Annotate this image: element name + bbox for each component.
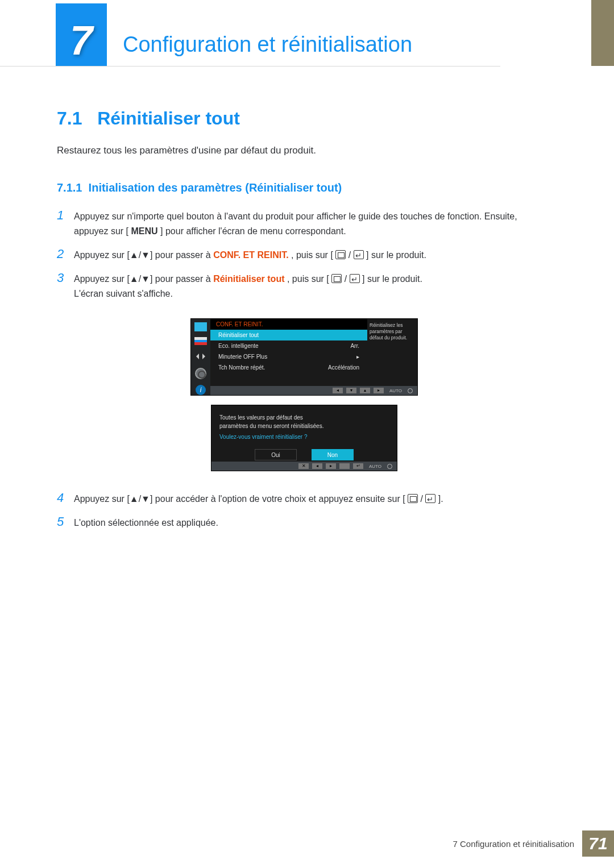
step-number: 4 [57,492,74,506]
highlight-text: Réinitialiser tout [213,274,284,284]
subsection-title: 7.1.1 Initialisation des paramètres (Réi… [57,181,551,194]
enter-icon [354,250,364,259]
step-number: 3 [57,272,74,301]
nav-right-icon: ▸ [374,388,384,393]
auto-label: AUTO [387,388,404,393]
osd-row: Minuterie OFF Plus ▸ [210,351,367,362]
section-intro: Restaurez tous les paramètres d'usine pa… [57,145,551,156]
step-1: 1 Appuyez sur n'importe quel bouton à l'… [57,209,551,239]
picture-icon [194,322,207,331]
step-5: 5 L'option sélectionnée est appliquée. [57,516,551,530]
info-icon: i [196,385,206,395]
osd-row-value: ▸ [356,354,359,360]
osd-menu: i CONF. ET REINIT. Réinitialiser tout Ec… [190,318,418,396]
osd-sidebar: i [191,319,210,395]
blank-btn [339,463,350,469]
dialog-question: Voulez-vous vraiment réinitialiser ? [219,434,389,440]
osd-header: CONF. ET REINIT. [210,319,367,330]
color-icon [194,337,207,345]
gear-icon [195,368,206,379]
osd-row-label: Eco. intelligente [218,343,259,349]
osd-row-value: Accélération [328,364,359,371]
osd-row: Eco. intelligente Arr. [210,340,367,351]
power-icon [408,388,413,393]
step-number: 1 [57,209,74,239]
step-number: 2 [57,248,74,263]
auto-label: AUTO [367,464,384,469]
step-2: 2 Appuyez sur [▲/▼] pour passer à CONF. … [57,248,551,263]
highlight-text: CONF. ET REINIT. [213,250,288,260]
page-footer: 7 Configuration et réinitialisation 71 [453,830,614,857]
nav-down-icon: ▾ [346,388,356,393]
osd-tooltip: Réinitialisez les paramètres par défaut … [367,319,417,395]
step-number: 5 [57,516,74,530]
steps-list-cont: 4 Appuyez sur [▲/▼] pour accéder à l'opt… [57,492,551,530]
enter-icon: ↵ [353,463,363,469]
osd-row-label: Réinitialiser tout [218,332,259,338]
source-icon [331,274,342,283]
content-area: 7.1 Réinitialiser tout Restaurez tous le… [57,108,551,539]
nav-up-icon: ▴ [360,388,370,393]
section-title: 7.1 Réinitialiser tout [57,108,551,129]
yes-button[interactable]: Oui [255,449,297,460]
enter-icon [425,494,435,503]
chapter-number: 7 [70,17,93,64]
nav-left-icon: ◂ [312,463,322,469]
osd-main: CONF. ET REINIT. Réinitialiser tout Eco.… [210,319,417,395]
close-icon: ✕ [298,463,309,469]
nav-left-icon: ◂ [333,388,343,393]
chapter-title: Configuration et réinitialisation [123,32,412,57]
footer-chapter-label: 7 Configuration et réinitialisation [453,839,574,849]
source-icon [408,494,418,503]
chapter-header: 7 Configuration et réinitialisation [56,23,614,66]
dialog-footer: ✕ ◂ ▸ ↵ AUTO [211,462,397,471]
enter-icon [350,274,360,283]
chapter-badge: 7 [56,15,107,66]
osd-row-label: Minuterie OFF Plus [218,354,267,360]
osd-screenshots: i CONF. ET REINIT. Réinitialiser tout Ec… [57,318,551,471]
confirm-dialog: Toutes les valeurs par défaut des paramè… [211,405,397,471]
step-text: Appuyez sur [▲/▼] pour passer à CONF. ET… [74,248,551,263]
step-text: Appuyez sur [▲/▼] pour passer à Réinitia… [74,272,551,301]
power-icon [387,464,392,469]
dialog-buttons: Oui Non [219,449,389,460]
page-number: 71 [582,830,614,857]
osd-row-value: Arr. [350,343,359,349]
step-text: Appuyez sur n'importe quel bouton à l'av… [74,209,551,239]
osd-row-selected: Réinitialiser tout [210,330,367,340]
osd-menu-panel: CONF. ET REINIT. Réinitialiser tout Eco.… [210,319,367,395]
step-4: 4 Appuyez sur [▲/▼] pour accéder à l'opt… [57,492,551,506]
header-rule [0,66,500,67]
dialog-line1: Toutes les valeurs par défaut des [219,413,389,422]
source-icon [335,250,346,259]
size-icon [194,351,207,362]
menu-button-label: MENU [131,226,158,236]
steps-list: 1 Appuyez sur n'importe quel bouton à l'… [57,209,551,301]
step-3: 3 Appuyez sur [▲/▼] pour passer à Réinit… [57,272,551,301]
step-text: Appuyez sur [▲/▼] pour accéder à l'optio… [74,492,551,506]
no-button[interactable]: Non [312,449,354,460]
dialog-line2: paramètres du menu seront réinitialisées… [219,422,389,430]
osd-row: Tch Nombre répét. Accélération [210,362,367,373]
osd-footer: ◂ ▾ ▴ ▸ AUTO [210,386,417,395]
nav-right-icon: ▸ [326,463,336,469]
step-text: L'option sélectionnée est appliquée. [74,516,551,530]
page: 7 Configuration et réinitialisation 7.1 … [0,0,614,868]
osd-row-label: Tch Nombre répét. [218,364,265,371]
